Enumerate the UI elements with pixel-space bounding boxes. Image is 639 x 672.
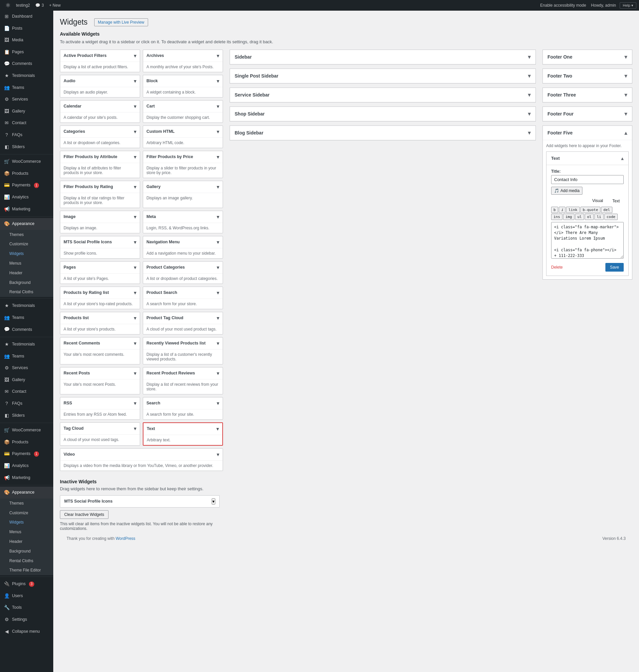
sidebar-item-analytics[interactable]: 📊 Analytics bbox=[0, 191, 53, 203]
manage-live-preview-button[interactable]: Manage with Live Preview bbox=[94, 18, 148, 26]
sidebar-item-products[interactable]: 📦 Products bbox=[0, 168, 53, 180]
widget-toggle[interactable]: ▾ bbox=[217, 370, 219, 376]
sidebar-item-testimonials2[interactable]: ★ Testimonials bbox=[0, 300, 53, 312]
sidebar-item-products2[interactable]: 📦 Products bbox=[0, 436, 53, 448]
format-italic[interactable]: i bbox=[559, 207, 566, 213]
sidebar-item-gallery[interactable]: 🖼 Gallery bbox=[0, 106, 53, 118]
widget-gallery[interactable]: Gallery ▾ Displays an image gallery. bbox=[143, 181, 223, 208]
format-bquote[interactable]: b-quote bbox=[580, 207, 601, 213]
text-tab[interactable]: Text bbox=[608, 197, 624, 205]
sidebar-item-background2[interactable]: Background bbox=[0, 547, 53, 556]
sidebar-area-header-sidebar[interactable]: Sidebar ▾ bbox=[230, 50, 535, 64]
sidebar-area-toggle[interactable]: ▾ bbox=[528, 72, 531, 80]
widget-toggle[interactable]: ▾ bbox=[217, 128, 219, 135]
sidebar-area-header-footer-five[interactable]: Footer Five ▴ bbox=[543, 126, 632, 140]
widget-toggle[interactable]: ▾ bbox=[134, 214, 137, 220]
widget-toggle[interactable]: ▾ bbox=[134, 290, 137, 296]
widget-toggle[interactable]: ▾ bbox=[217, 400, 219, 406]
widget-toggle[interactable]: ▾ bbox=[134, 239, 137, 245]
sidebar-item-collapse[interactable]: ◀ Collapse menu bbox=[0, 626, 53, 638]
sidebar-item-comments2[interactable]: 💬 Comments bbox=[0, 324, 53, 335]
sidebar-area-toggle[interactable]: ▾ bbox=[624, 91, 627, 98]
sidebar-item-customize2[interactable]: Customize bbox=[0, 508, 53, 518]
sidebar-item-background[interactable]: Background bbox=[0, 278, 53, 287]
widget-toggle[interactable]: ▾ bbox=[217, 340, 219, 346]
sidebar-item-plugins[interactable]: 🔌 Plugins 3 bbox=[0, 578, 53, 590]
sidebar-item-pages[interactable]: 📋 Pages bbox=[0, 46, 53, 58]
sidebar-item-rental-cloths[interactable]: Rental Cloths bbox=[0, 287, 53, 297]
widget-toggle[interactable]: ▾ bbox=[217, 103, 219, 110]
widget-custom-html[interactable]: Custom HTML ▾ Arbitrary HTML code. bbox=[143, 125, 223, 148]
widget-active-product-filters[interactable]: Active Product Filters ▾ Display a list … bbox=[60, 50, 140, 72]
sidebar-item-payments2[interactable]: 💳 Payments 1 bbox=[0, 448, 53, 460]
widget-toggle[interactable]: ▾ bbox=[134, 425, 137, 432]
widget-navigation-menu[interactable]: Navigation Menu ▾ Add a navigation menu … bbox=[143, 236, 223, 259]
format-li[interactable]: li bbox=[594, 214, 603, 220]
widget-toggle[interactable]: ▾ bbox=[217, 290, 219, 296]
sidebar-item-sliders2[interactable]: ◧ Sliders bbox=[0, 410, 53, 422]
sidebar-item-marketing2[interactable]: 📢 Marketing bbox=[0, 472, 53, 484]
sidebar-area-header-footer-four[interactable]: Footer Four ▾ bbox=[543, 107, 632, 121]
text-widget-close-button[interactable]: ▴ bbox=[621, 155, 624, 161]
save-widget-button[interactable]: Save bbox=[605, 263, 624, 271]
sidebar-item-theme-file-editor[interactable]: Theme File Editor bbox=[0, 565, 53, 575]
sidebar-area-toggle[interactable]: ▾ bbox=[528, 110, 531, 118]
sidebar-item-dashboard[interactable]: ⊞ Dashboard bbox=[0, 11, 53, 22]
widget-recently-viewed[interactable]: Recently Viewed Products list ▾ Display … bbox=[143, 337, 223, 364]
sidebar-area-toggle[interactable]: ▴ bbox=[624, 129, 627, 137]
widget-toggle[interactable]: ▾ bbox=[217, 78, 219, 84]
widget-toggle[interactable]: ▾ bbox=[217, 184, 219, 190]
sidebar-area-header-footer-one[interactable]: Footer One ▾ bbox=[543, 50, 632, 64]
sidebar-area-header-blog[interactable]: Blog Sidebar ▾ bbox=[230, 126, 535, 140]
help-button[interactable]: Help ▾ bbox=[620, 2, 636, 9]
sidebar-item-faqs2[interactable]: ? FAQs bbox=[0, 398, 53, 410]
sidebar-area-toggle[interactable]: ▾ bbox=[528, 53, 531, 61]
format-img[interactable]: img bbox=[563, 214, 574, 220]
format-code[interactable]: code bbox=[604, 214, 618, 220]
sidebar-item-gallery2[interactable]: 🖼 Gallery bbox=[0, 374, 53, 386]
sidebar-item-woocommerce[interactable]: 🛒 WooCommerce bbox=[0, 156, 53, 168]
widget-meta[interactable]: Meta ▾ Login, RSS, & WordPress.org links… bbox=[143, 211, 223, 233]
sidebar-area-toggle[interactable]: ▾ bbox=[624, 110, 627, 118]
widget-cart[interactable]: Cart ▾ Display the customer shopping car… bbox=[143, 100, 223, 123]
widget-toggle[interactable]: ▾ bbox=[217, 154, 219, 160]
sidebar-item-widgets[interactable]: Widgets bbox=[0, 249, 53, 259]
widget-mts-social[interactable]: MTS Social Profile Icons ▾ Show profile … bbox=[60, 236, 140, 259]
widget-filter-by-price[interactable]: Filter Products by Price ▾ Display a sli… bbox=[143, 151, 223, 178]
sidebar-item-themes2[interactable]: Themes bbox=[0, 499, 53, 508]
format-ol[interactable]: ol bbox=[585, 214, 594, 220]
widget-video[interactable]: Video ▾ Displays a video from the media … bbox=[60, 448, 223, 471]
widget-search[interactable]: Search ▾ A search form for your site. bbox=[143, 397, 223, 420]
sidebar-item-themes[interactable]: Themes bbox=[0, 230, 53, 240]
footer-wp-link[interactable]: WordPress bbox=[115, 536, 135, 541]
widget-pages[interactable]: Pages ▾ A list of your site's Pages. bbox=[60, 261, 140, 284]
clear-inactive-button[interactable]: Clear Inactive Widgets bbox=[60, 510, 109, 519]
sidebar-item-services[interactable]: ⚙ Services bbox=[0, 94, 53, 106]
widget-toggle[interactable]: ▾ bbox=[217, 451, 219, 458]
widget-recent-product-reviews[interactable]: Recent Product Reviews ▾ Display a list … bbox=[143, 367, 223, 394]
sidebar-area-header-single-post[interactable]: Single Post Sidebar ▾ bbox=[230, 69, 535, 83]
sidebar-item-appearance[interactable]: 🎨 Appearance bbox=[0, 218, 53, 230]
sidebar-item-comments[interactable]: 💬 Comments bbox=[0, 58, 53, 70]
widget-toggle[interactable]: ▾ bbox=[217, 214, 219, 220]
wp-logo-menu[interactable]: ⚛ bbox=[3, 0, 13, 11]
widget-text[interactable]: Text ▾ Arbitrary text. bbox=[143, 422, 223, 446]
widget-categories[interactable]: Categories ▾ A list or dropdown of categ… bbox=[60, 125, 140, 148]
widget-toggle[interactable]: ▾ bbox=[134, 78, 137, 84]
sidebar-item-tools[interactable]: 🔧 Tools bbox=[0, 602, 53, 614]
sidebar-item-marketing[interactable]: 📢 Marketing bbox=[0, 203, 53, 215]
widget-block[interactable]: Block ▾ A widget containing a block. bbox=[143, 75, 223, 97]
sidebar-item-menus2[interactable]: Menus bbox=[0, 527, 53, 537]
sidebar-item-media[interactable]: 🖼 Media bbox=[0, 34, 53, 46]
widget-toggle[interactable]: ▾ bbox=[217, 239, 219, 245]
sidebar-item-contact[interactable]: ✉ Contact bbox=[0, 117, 53, 129]
widget-toggle[interactable]: ▾ bbox=[134, 154, 137, 160]
sidebar-item-faqs[interactable]: ? FAQs bbox=[0, 129, 53, 141]
sidebar-area-header-footer-two[interactable]: Footer Two ▾ bbox=[543, 69, 632, 83]
sidebar-item-testimonials3[interactable]: ★ Testimonials bbox=[0, 339, 53, 350]
widget-image[interactable]: Image ▾ Displays an image. bbox=[60, 211, 140, 233]
widget-product-categories[interactable]: Product Categories ▾ A list or dropdown … bbox=[143, 261, 223, 284]
sidebar-item-teams2[interactable]: 👥 Teams bbox=[0, 312, 53, 324]
widget-toggle[interactable]: ▾ bbox=[134, 128, 137, 135]
widget-recent-posts[interactable]: Recent Posts ▾ Your site's most recent P… bbox=[60, 367, 140, 394]
